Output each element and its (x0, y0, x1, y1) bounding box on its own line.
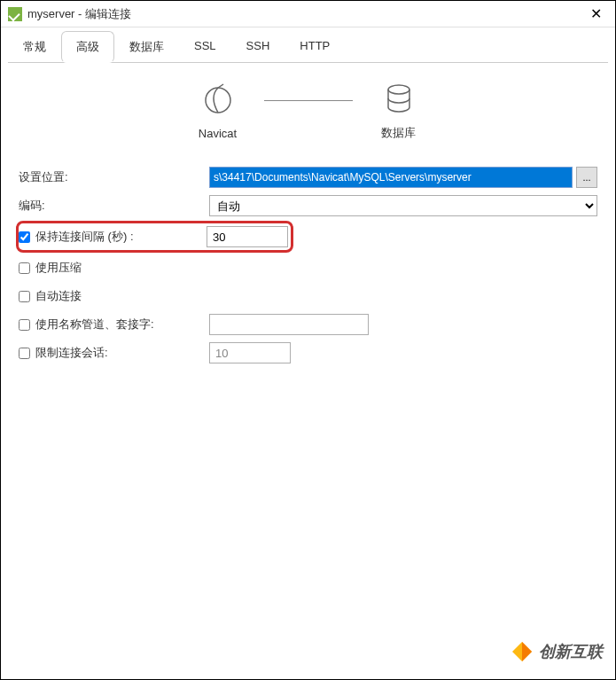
watermark-text: 创新互联 (539, 641, 603, 662)
compress-checkbox[interactable] (19, 262, 30, 274)
row-location: 设置位置: ... (19, 164, 597, 191)
content: Navicat 数据库 设置位置: ... 编码: 自动 (1, 63, 615, 377)
database-icon (379, 79, 418, 118)
autoconnect-label: 自动连接 (35, 288, 82, 304)
encoding-label: 编码: (19, 198, 209, 214)
diagram-left-label: Navicat (199, 127, 237, 140)
tab-database[interactable]: 数据库 (114, 31, 179, 63)
navicat-icon (199, 81, 238, 120)
watermark-icon (511, 640, 534, 663)
row-limitconn: 限制连接会话: (19, 340, 597, 366)
close-icon[interactable]: ✕ (583, 2, 608, 27)
browse-button[interactable]: ... (576, 167, 597, 188)
keepalive-input[interactable] (207, 226, 288, 247)
keepalive-checkbox[interactable] (19, 231, 30, 243)
tab-ssl[interactable]: SSL (179, 31, 231, 63)
limitconn-input (209, 342, 291, 363)
location-label: 设置位置: (19, 169, 209, 185)
tab-general[interactable]: 常规 (8, 31, 61, 63)
row-keepalive: 保持连接间隔 (秒) : (19, 221, 597, 253)
tab-http[interactable]: HTTP (285, 31, 345, 63)
diagram-right: 数据库 (379, 79, 418, 141)
location-input[interactable] (209, 167, 573, 188)
namedpipe-input (209, 314, 369, 335)
app-icon (8, 7, 22, 21)
row-namedpipe: 使用名称管道、套接字: (19, 311, 597, 338)
row-autoconnect: 自动连接 (19, 283, 597, 309)
compress-label: 使用压缩 (35, 260, 82, 276)
limitconn-checkbox[interactable] (19, 348, 30, 359)
form: 设置位置: ... 编码: 自动 保持连接间隔 (秒) : (19, 164, 597, 366)
titlebar: myserver - 编辑连接 ✕ (1, 1, 615, 27)
svg-point-0 (206, 88, 230, 113)
keepalive-label: 保持连接间隔 (秒) : (35, 229, 134, 245)
window-title: myserver - 编辑连接 (27, 6, 583, 22)
autoconnect-checkbox[interactable] (19, 291, 30, 302)
diagram-right-label: 数据库 (381, 125, 416, 141)
row-encoding: 编码: 自动 (19, 192, 597, 219)
diagram-left: Navicat (199, 81, 238, 140)
row-compress: 使用压缩 (19, 254, 597, 281)
svg-point-1 (388, 85, 409, 94)
tabs: 常规 高级 数据库 SSL SSH HTTP (1, 27, 615, 63)
tab-ssh[interactable]: SSH (231, 31, 285, 63)
connection-diagram: Navicat 数据库 (19, 72, 597, 155)
diagram-connector (264, 100, 353, 101)
limitconn-label: 限制连接会话: (35, 345, 108, 361)
tab-advanced[interactable]: 高级 (61, 31, 114, 63)
namedpipe-label: 使用名称管道、套接字: (35, 317, 154, 332)
encoding-select[interactable]: 自动 (209, 195, 597, 216)
watermark: 创新互联 (511, 640, 603, 663)
namedpipe-checkbox[interactable] (19, 319, 30, 331)
